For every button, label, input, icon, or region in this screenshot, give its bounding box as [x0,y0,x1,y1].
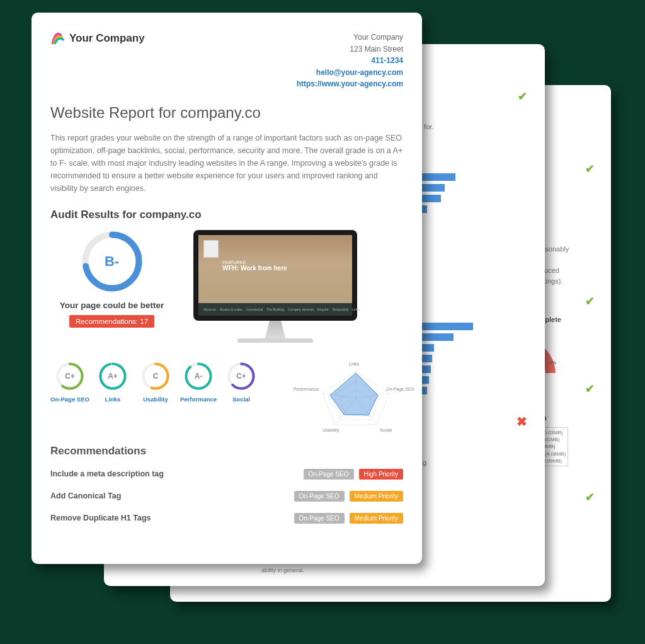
recommendation-row: Include a meta description tagOn-Page SE… [50,469,403,480]
fragment-text: ability in general. [261,567,304,573]
company-name: Your Company [69,32,145,45]
category-on-page-seo[interactable]: C+On-Page SEO [50,362,89,403]
recommendation-priority-tag: Medium Priority [350,513,403,524]
recommendation-priority-tag: High Priority [359,469,403,480]
grade-caption: Your page could be better [50,301,173,310]
company-phone[interactable]: 411-1234 [297,55,403,67]
audit-heading: Audit Results for company.co [50,209,403,221]
recommendation-name: Add Canonical Tag [50,492,289,500]
overall-grade-letter: B- [81,230,144,293]
company-email[interactable]: hello@your-agency.com [297,67,403,79]
recommendations-heading: Recommendations [50,445,403,457]
overall-grade-ring: B- [81,230,144,293]
recommendation-row: Remove Duplicate H1 TagsOn-Page SEOMediu… [50,513,403,524]
category-grades: C+On-Page SEOA+LinksCUsabilityA-Performa… [50,362,403,431]
recommendation-row: Add Canonical TagOn-Page SEOMedium Prior… [50,491,403,502]
recommendation-category-tag: On-Page SEO [294,513,345,524]
company-url[interactable]: https://www.your-agency.com [297,78,403,90]
recommendations-list: Include a meta description tagOn-Page SE… [50,469,403,524]
recommendation-category-tag: On-Page SEO [304,469,354,480]
svg-text:20s: 20s [549,360,557,365]
category-performance[interactable]: A-Performance [179,362,218,403]
recommendation-category-tag: On-Page SEO [294,491,345,502]
report-title: Website Report for company.co [50,104,403,122]
report-page-1: Your Company Your Company 123 Main Stree… [31,13,422,564]
category-social[interactable]: C+Social [222,362,261,403]
report-intro: This report grades your website on the s… [50,132,403,195]
recommendation-name: Include a meta description tag [50,469,299,478]
category-links[interactable]: A+Links [93,362,132,403]
company-logo-icon [50,32,64,45]
recommendations-badge: Recommendations: 17 [69,315,154,328]
svg-marker-34 [330,373,378,415]
company-contact: Your Company 123 Main Street 411-1234 he… [297,32,403,90]
category-usability[interactable]: CUsability [136,362,175,403]
site-preview-monitor: FEATUREDWFH: Work from here About usStud… [193,230,357,343]
recommendation-priority-tag: Medium Priority [350,491,403,502]
recommendation-name: Remove Duplicate H1 Tags [50,514,289,522]
radar-chart: Links On-Page SEO Social Usability Perfo… [309,362,403,431]
